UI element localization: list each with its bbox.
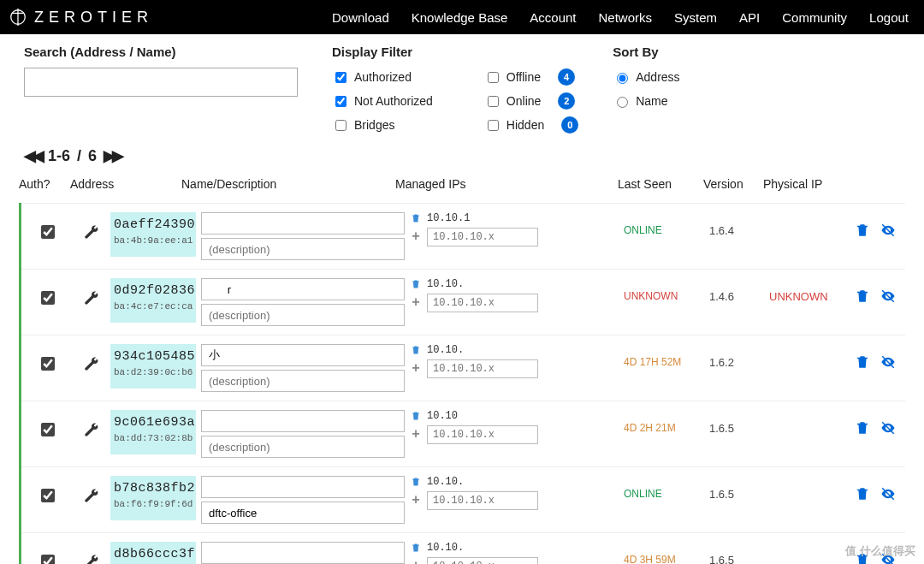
name-input[interactable] — [201, 410, 405, 432]
last-seen: ONLINE — [624, 212, 709, 236]
auth-checkbox[interactable] — [41, 357, 55, 371]
delete-member-icon[interactable] — [855, 288, 870, 306]
col-version-header: Version — [703, 177, 763, 191]
search-input[interactable] — [24, 68, 298, 97]
filter-bridges-label[interactable]: Bridges — [354, 118, 394, 132]
add-ip-input[interactable] — [427, 557, 538, 564]
hide-member-icon[interactable] — [880, 420, 896, 438]
add-ip-input[interactable] — [427, 491, 538, 510]
add-ip-input[interactable] — [427, 228, 538, 246]
nav-api[interactable]: API — [739, 10, 760, 25]
wrench-icon[interactable] — [73, 542, 110, 564]
delete-member-icon[interactable] — [855, 223, 870, 240]
last-seen: UNKNOWN — [624, 278, 709, 302]
sort-name-radio[interactable] — [617, 97, 628, 108]
add-ip-input[interactable] — [427, 359, 538, 378]
member-id: b78c838fb2 — [114, 481, 192, 496]
description-input[interactable] — [201, 304, 405, 326]
table-row: 9c061e693a ba:dd:73:02:8b:f 10.10 + 4D 2… — [21, 401, 905, 467]
filter-hidden-label[interactable]: Hidden — [506, 118, 544, 132]
delete-ip-icon[interactable] — [410, 213, 422, 223]
nav-community[interactable]: Community — [782, 10, 847, 25]
nav-download[interactable]: Download — [332, 10, 389, 25]
nav-system[interactable]: System — [674, 10, 717, 25]
add-ip-input[interactable] — [427, 425, 538, 444]
nav-networks[interactable]: Networks — [599, 10, 653, 25]
auth-checkbox[interactable] — [41, 489, 55, 502]
filter-hidden-checkbox[interactable] — [488, 120, 499, 131]
hide-member-icon[interactable] — [880, 552, 896, 564]
nav-logout[interactable]: Logout — [869, 10, 909, 25]
add-ip-icon[interactable]: + — [410, 363, 422, 375]
wrench-icon[interactable] — [73, 410, 110, 437]
description-input[interactable] — [201, 436, 405, 458]
wrench-icon[interactable] — [73, 212, 110, 240]
delete-ip-icon[interactable] — [410, 279, 422, 289]
add-ip-icon[interactable]: + — [410, 495, 422, 507]
delete-member-icon[interactable] — [855, 354, 870, 372]
pager-range: 1-6 — [48, 147, 70, 165]
name-input[interactable] — [201, 278, 405, 300]
name-input[interactable] — [201, 542, 405, 564]
delete-ip-icon[interactable] — [410, 345, 422, 355]
sort-address-radio[interactable] — [617, 73, 628, 84]
filter-authorized-checkbox[interactable] — [335, 72, 346, 83]
name-input[interactable] — [201, 344, 405, 366]
col-address-header: Address — [70, 177, 181, 191]
address-cell[interactable]: 0d92f02836 ba:4c:e7:ec:ca:f — [110, 278, 196, 323]
wrench-icon[interactable] — [73, 476, 110, 503]
delete-member-icon[interactable] — [855, 552, 870, 564]
filter-not-authorized-checkbox[interactable] — [335, 96, 346, 107]
add-ip-icon[interactable]: + — [410, 297, 422, 309]
nav-knowledge-base[interactable]: Knowledge Base — [412, 10, 508, 25]
version: 1.4.6 — [709, 278, 769, 303]
filter-online-label[interactable]: Online — [506, 94, 541, 108]
last-seen: ONLINE — [624, 476, 709, 500]
pager-first-icon[interactable]: ◀◀ — [24, 146, 41, 165]
member-mac: ba:4c:e7:ec:ca:f — [114, 301, 192, 312]
hide-member-icon[interactable] — [880, 288, 896, 306]
address-cell[interactable]: 9c061e693a ba:dd:73:02:8b:f — [110, 410, 196, 454]
add-ip-icon[interactable]: + — [410, 429, 422, 441]
address-cell[interactable]: 0aeff24390 ba:4b:9a:ee:a1:5 — [110, 212, 196, 257]
nav-account[interactable]: Account — [530, 10, 576, 25]
add-ip-input[interactable] — [427, 294, 538, 312]
auth-checkbox[interactable] — [41, 291, 55, 305]
description-input[interactable] — [201, 502, 405, 524]
delete-member-icon[interactable] — [855, 420, 870, 438]
member-mac: ba:d2:39:0c:b6:4 — [114, 367, 192, 377]
name-input[interactable] — [201, 476, 405, 498]
auth-checkbox[interactable] — [41, 423, 55, 436]
address-cell[interactable]: 934c105485 ba:d2:39:0c:b6:4 — [110, 344, 196, 389]
brand-text: ZEROTIER — [34, 9, 153, 27]
filter-offline-label[interactable]: Offline — [506, 70, 541, 84]
filter-bridges-checkbox[interactable] — [335, 120, 346, 131]
filter-authorized-label[interactable]: Authorized — [354, 70, 412, 84]
hide-member-icon[interactable] — [880, 486, 896, 504]
add-ip-icon[interactable]: + — [410, 561, 422, 564]
delete-member-icon[interactable] — [855, 486, 870, 504]
add-ip-icon[interactable]: + — [410, 231, 422, 243]
description-input[interactable] — [201, 370, 405, 392]
pager-last-icon[interactable]: ▶▶ — [104, 146, 121, 165]
wrench-icon[interactable] — [73, 344, 110, 371]
delete-ip-icon[interactable] — [410, 543, 422, 553]
physical-ip — [769, 542, 855, 564]
filter-offline-checkbox[interactable] — [488, 72, 499, 83]
description-input[interactable] — [201, 238, 405, 260]
delete-ip-icon[interactable] — [410, 411, 422, 421]
filter-online-checkbox[interactable] — [488, 96, 499, 107]
auth-checkbox[interactable] — [41, 225, 55, 239]
hide-member-icon[interactable] — [880, 223, 896, 240]
search-section: Search (Address / Name) — [24, 45, 298, 134]
wrench-icon[interactable] — [73, 278, 110, 306]
sort-address-label[interactable]: Address — [636, 70, 679, 84]
delete-ip-icon[interactable] — [410, 477, 422, 487]
sort-name-label[interactable]: Name — [636, 94, 667, 108]
auth-checkbox[interactable] — [41, 555, 55, 564]
address-cell[interactable]: b78c838fb2 ba:f6:f9:9f:6d:7 — [110, 476, 196, 520]
filter-not-authorized-label[interactable]: Not Authorized — [354, 94, 433, 108]
hide-member-icon[interactable] — [880, 354, 896, 372]
address-cell[interactable]: d8b66ccc3f ba:99:c3:70:2e:f — [110, 542, 196, 564]
name-input[interactable] — [201, 212, 405, 235]
